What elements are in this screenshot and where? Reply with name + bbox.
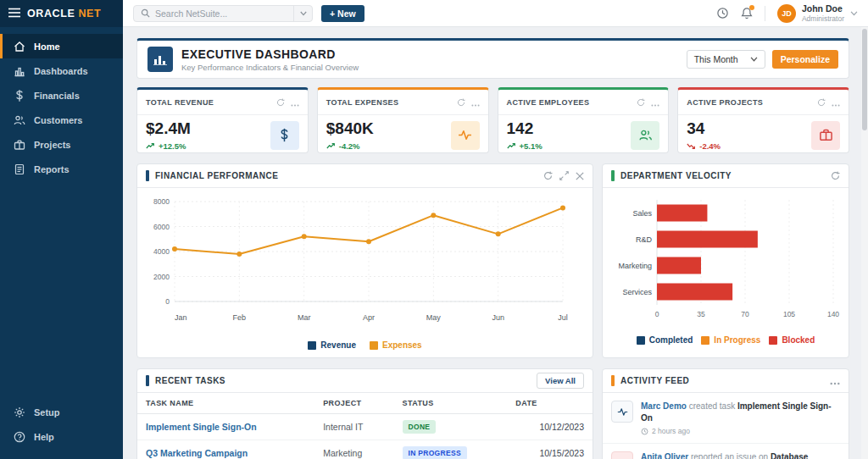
legend-item-in-progress[interactable]: In Progress <box>701 335 760 345</box>
ellipsis-menu-icon[interactable] <box>471 95 480 110</box>
svg-text:R&D: R&D <box>636 235 653 244</box>
refresh-icon[interactable] <box>637 95 645 110</box>
sidebar-item-reports[interactable]: Reports <box>0 157 123 181</box>
ellipsis-menu-icon[interactable] <box>291 95 299 110</box>
legend-item-completed[interactable]: Completed <box>637 335 693 345</box>
trend-up-icon <box>507 141 516 151</box>
refresh-icon[interactable] <box>276 95 285 110</box>
personalize-button[interactable]: Personalize <box>772 50 838 69</box>
bottom-row: RECENT TASKS View All TASK NAMEPROJECTST… <box>136 368 849 459</box>
legend-item-blocked[interactable]: Blocked <box>769 335 815 345</box>
widget-accent-bar <box>146 375 149 386</box>
refresh-icon[interactable] <box>831 169 840 184</box>
chevron-down-icon <box>750 57 758 62</box>
activity-actor[interactable]: Anita Oliver <box>641 452 688 459</box>
search-scope-dropdown[interactable] <box>293 6 312 21</box>
ellipsis-menu-icon[interactable] <box>832 95 840 110</box>
task-project: Marketing <box>314 440 393 459</box>
legend-item-expenses[interactable]: Expenses <box>370 340 422 350</box>
trend-down-icon <box>687 141 696 151</box>
dashboards-icon <box>13 65 25 77</box>
task-date: 10/12/2023 <box>507 414 593 440</box>
kpi-trend-value: +12.5% <box>159 141 186 151</box>
global-search <box>133 5 313 22</box>
sidebar-item-label: Dashboards <box>34 66 88 76</box>
recent-records-clock-icon[interactable] <box>716 7 729 19</box>
page-scrollbar[interactable] <box>861 27 868 459</box>
svg-text:May: May <box>426 313 442 322</box>
column-header-date: DATE <box>507 393 593 414</box>
close-icon[interactable] <box>576 169 584 184</box>
refresh-icon[interactable] <box>543 169 553 184</box>
logo-accent: NET <box>78 8 101 19</box>
department-velocity-widget: DEPARTMENT VELOCITY 03570105140SalesR&DM… <box>602 163 849 358</box>
app-logo: ORACLE NET <box>0 0 123 27</box>
kpi-card-active-employees: ACTIVE EMPLOYEES 142 +5.1% <box>498 87 670 153</box>
charts-row: FINANCIAL PERFORMANCE 02000400060008000J… <box>136 163 849 358</box>
kpi-value: 34 <box>687 120 721 138</box>
kpi-label: ACTIVE EMPLOYEES <box>507 98 590 107</box>
kpi-value: $2.4M <box>146 120 191 138</box>
sidebar-item-setup[interactable]: Setup <box>0 400 123 424</box>
ellipsis-menu-icon[interactable] <box>651 95 659 110</box>
kpi-value: $840K <box>326 120 374 138</box>
financials-icon <box>13 90 25 102</box>
table-header-row: TASK NAMEPROJECTSTATUSDATE <box>137 393 593 414</box>
svg-text:Mar: Mar <box>298 313 311 322</box>
notifications-bell-icon[interactable] <box>741 7 753 19</box>
sidebar-item-projects[interactable]: Projects <box>0 132 123 157</box>
legend-label: Completed <box>649 335 693 345</box>
customers-icon <box>13 114 25 126</box>
trend-up-icon <box>326 141 336 151</box>
activity-actor[interactable]: Marc Demo <box>641 401 687 411</box>
department-velocity-bar-chart: 03570105140SalesR&DMarketingServices <box>609 193 840 330</box>
recent-tasks-table: TASK NAMEPROJECTSTATUSDATE Implement Sin… <box>137 393 593 459</box>
svg-text:Feb: Feb <box>233 313 247 322</box>
period-selector-value: This Month <box>694 54 738 64</box>
svg-text:Services: Services <box>622 288 652 296</box>
legend-swatch <box>370 341 378 350</box>
legend-label: Blocked <box>782 335 815 345</box>
legend-swatch <box>637 336 645 345</box>
search-input[interactable] <box>155 8 293 19</box>
task-name-link[interactable]: Implement Single Sign-On <box>137 414 314 440</box>
sidebar-item-label: Customers <box>34 115 82 125</box>
reports-icon <box>13 163 25 175</box>
briefcase-icon <box>811 121 840 150</box>
sidebar-item-label: Help <box>34 432 54 442</box>
dollar-icon <box>270 121 299 150</box>
sidebar-item-financials[interactable]: Financials <box>0 83 123 108</box>
widget-accent-bar <box>611 375 615 386</box>
widget-title: FINANCIAL PERFORMANCE <box>155 171 278 180</box>
gear-icon <box>13 406 25 418</box>
home-icon <box>13 41 25 53</box>
kpi-trend-value: -2.4% <box>699 141 721 151</box>
refresh-icon[interactable] <box>817 95 826 110</box>
widget-accent-bar <box>146 170 149 181</box>
legend-item-revenue[interactable]: Revenue <box>308 340 356 350</box>
svg-text:Marketing: Marketing <box>618 262 652 270</box>
legend-label: Revenue <box>320 340 356 350</box>
sidebar-item-customers[interactable]: Customers <box>0 108 123 132</box>
activity-action: reported an issue on <box>691 452 768 459</box>
expand-icon[interactable] <box>559 169 569 184</box>
sidebar-item-dashboards[interactable]: Dashboards <box>0 58 123 83</box>
view-all-button[interactable]: View All <box>537 373 584 389</box>
legend-label: In Progress <box>714 335 760 345</box>
period-selector[interactable]: This Month <box>687 50 765 69</box>
sidebar-item-label: Financials <box>34 91 80 101</box>
sidebar-item-help[interactable]: Help <box>0 424 123 449</box>
sidebar: ORACLE NET HomeDashboardsFinancialsCusto… <box>0 0 123 459</box>
user-menu[interactable]: JD John Doe Administrator <box>777 3 858 22</box>
main-content: EXECUTIVE DASHBOARD Key Performance Indi… <box>123 27 868 459</box>
widget-accent-bar <box>611 170 615 181</box>
ellipsis-menu-icon[interactable] <box>830 373 840 389</box>
sidebar-item-home[interactable]: Home <box>0 34 123 58</box>
hamburger-menu-icon[interactable] <box>8 6 20 21</box>
new-record-button[interactable]: + New <box>321 5 364 22</box>
refresh-icon[interactable] <box>457 95 465 110</box>
scrollbar-thumb[interactable] <box>862 29 867 130</box>
legend-swatch <box>701 336 709 345</box>
people-icon <box>631 121 659 150</box>
task-name-link[interactable]: Q3 Marketing Campaign <box>137 440 314 459</box>
